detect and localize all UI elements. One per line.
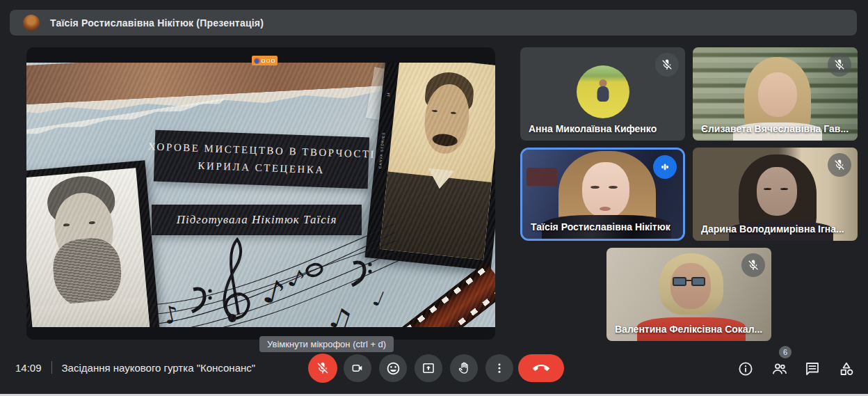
participants-count-badge: 6 — [779, 346, 791, 358]
participant-tile-anna[interactable]: Анна Миколаївна Кифенко — [520, 47, 685, 141]
participant-tile-daryna[interactable]: Дарина Володимирівна Ігна... — [693, 148, 858, 241]
present-screen-button[interactable] — [415, 354, 442, 382]
meeting-name: Засідання наукового гуртка "Консонанс" — [62, 362, 256, 374]
raise-hand-button[interactable] — [450, 354, 478, 382]
meeting-details-button[interactable] — [737, 361, 754, 377]
divider — [51, 361, 52, 374]
music-notes-decoration: ♪ ♪ ♪ ♫ ♩ — [150, 220, 401, 327]
participant-avatar — [577, 65, 629, 118]
svg-text:♫: ♫ — [323, 300, 357, 327]
show-participants-button[interactable] — [771, 361, 788, 377]
mic-toggle-button[interactable] — [308, 354, 337, 383]
participant-tile-yelyzaveta[interactable]: Єлизавета Вячеславівна Гав... — [693, 47, 858, 141]
presenter-name: Таїсія Ростиславівна Нікітюк (Презентаці… — [50, 17, 264, 29]
torn-paper-edge-2 — [26, 98, 227, 138]
participant-tile-valentyna[interactable]: Валентина Феліксівна Сокал... — [606, 248, 771, 341]
more-options-button[interactable] — [485, 354, 513, 382]
slide-title: ХОРОВЕ МИСТЕЦТВО В ТВОРЧОСТІ КИРИЛА СТЕЦ… — [154, 130, 369, 189]
end-call-button[interactable] — [518, 354, 564, 382]
svg-text:♪: ♪ — [284, 263, 308, 294]
participant-name: Таїсія Ростиславівна Нікітюк — [531, 221, 676, 232]
mic-off-icon — [741, 253, 765, 277]
tape-piece — [45, 180, 93, 223]
slide-title-line2: КИРИЛА СТЕЦЕНКА — [198, 157, 325, 180]
torn-paper-edge — [26, 79, 495, 116]
presenter-banner: Таїсія Ростиславівна Нікітюк (Презентаці… — [10, 10, 857, 35]
browser-share-indicator — [252, 56, 278, 65]
meeting-info: 14:09 Засідання наукового гуртка "Консон… — [15, 361, 255, 374]
film-strip-decoration — [376, 262, 495, 327]
google-meet-window: Таїсія Ростиславівна Нікітюк (Презентаці… — [0, 0, 868, 396]
presenter-avatar — [23, 15, 40, 31]
speaking-indicator-icon — [653, 155, 677, 179]
participant-name: Дарина Володимирівна Ігна... — [701, 223, 851, 235]
share-mic-icon — [266, 59, 270, 63]
activities-button[interactable] — [838, 361, 855, 377]
tape-piece — [366, 67, 394, 121]
svg-text:♪: ♪ — [161, 299, 182, 327]
reactions-button[interactable] — [379, 354, 407, 382]
slide-title-line1: ХОРОВЕ МИСТЕЦТВО В ТВОРЧОСТІ — [147, 138, 376, 164]
participant-tile-taisiia[interactable]: Таїсія Ростиславівна Нікітюк — [520, 148, 685, 241]
firefox-icon — [254, 58, 260, 64]
svg-text:♪: ♪ — [259, 271, 289, 312]
mic-tooltip: Увімкнути мікрофон (ctrl + d) — [259, 336, 394, 352]
share-camera-icon — [262, 59, 265, 63]
mic-off-icon — [655, 53, 679, 77]
presentation-slide: CANVA STORIES 14 ХОРОВЕ МИСТЕЦТВО В ТВОР… — [26, 63, 495, 327]
photo-stetsenko-sepia: CANVA STORIES 14 — [365, 63, 495, 271]
mic-off-icon — [828, 153, 851, 177]
film-frame-number: 14 — [386, 93, 391, 97]
participant-name: Валентина Феліксівна Сокал... — [615, 324, 764, 335]
screen-share-tile[interactable]: CANVA STORIES 14 ХОРОВЕ МИСТЕЦТВО В ТВОР… — [26, 47, 495, 340]
photo-stetsenko-bw — [26, 160, 161, 327]
chat-button[interactable] — [804, 361, 821, 377]
clock-time: 14:09 — [15, 362, 42, 374]
share-screen-icon — [271, 59, 275, 63]
torn-paper-strip — [26, 63, 495, 109]
film-frame-label: CANVA STORIES — [378, 132, 385, 169]
mic-off-icon — [828, 53, 851, 77]
slide-subtitle: Підготувала Нікітюк Таїсія — [152, 205, 362, 235]
svg-text:♩: ♩ — [369, 285, 387, 312]
participant-name: Єлизавета Вячеславівна Гав... — [701, 123, 851, 134]
participant-name: Анна Миколаївна Кифенко — [529, 123, 678, 134]
camera-toggle-button[interactable] — [344, 354, 371, 382]
